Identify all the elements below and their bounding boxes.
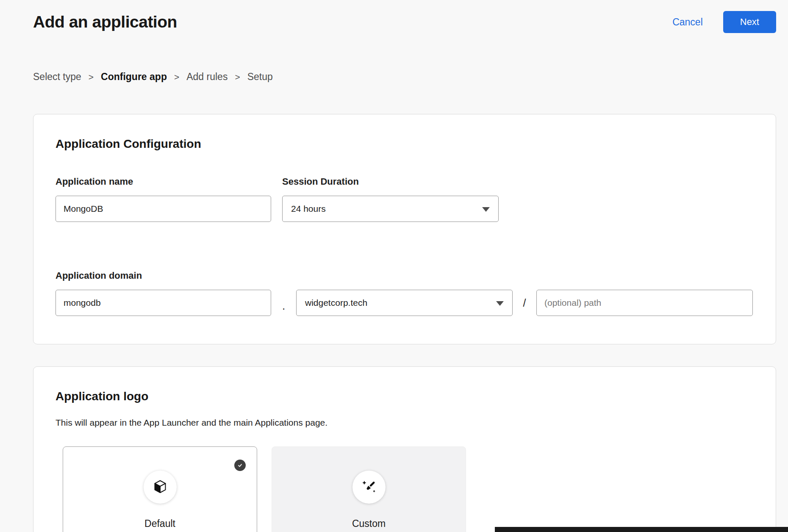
subdomain-input[interactable]	[55, 290, 271, 316]
paintbrush-icon	[352, 471, 386, 504]
session-duration-field: Session Duration 24 hours	[282, 176, 499, 222]
header-actions: Cancel Next	[672, 11, 776, 33]
next-button[interactable]: Next	[723, 11, 776, 33]
application-configuration-card: Application Configuration Application na…	[33, 114, 776, 344]
step-add-rules[interactable]: Add rules	[186, 71, 228, 83]
domain-select[interactable]: widgetcorp.tech	[296, 290, 513, 316]
step-configure-app[interactable]: Configure app	[101, 71, 167, 83]
step-separator: >	[174, 72, 179, 82]
session-duration-label: Session Duration	[282, 176, 499, 187]
session-duration-select[interactable]: 24 hours	[282, 196, 499, 222]
step-separator: >	[89, 72, 94, 82]
session-duration-value: 24 hours	[291, 204, 326, 214]
chevron-down-icon	[482, 204, 490, 214]
logo-option-custom[interactable]: Custom	[272, 446, 466, 532]
application-logo-title: Application logo	[55, 390, 754, 403]
bottom-edge-bar	[495, 527, 788, 532]
step-select-type[interactable]: Select type	[33, 71, 81, 83]
application-domain-field: Application domain . widgetcorp.tech /	[55, 270, 754, 316]
logo-option-default-label: Default	[63, 518, 257, 529]
application-name-label: Application name	[55, 176, 271, 187]
page-header: Add an application Cancel Next	[0, 0, 788, 33]
domain-dot-separator: .	[271, 290, 296, 316]
application-logo-card: Application logo This will appear in the…	[33, 366, 776, 532]
cube-icon	[144, 471, 177, 504]
application-name-field: Application name	[55, 176, 271, 222]
step-separator: >	[235, 72, 240, 82]
application-configuration-title: Application Configuration	[55, 137, 754, 151]
domain-select-value: widgetcorp.tech	[305, 298, 367, 308]
name-session-row: Application name Session Duration 24 hou…	[55, 176, 754, 222]
application-logo-description: This will appear in the App Launcher and…	[55, 418, 754, 428]
application-name-input[interactable]	[55, 196, 271, 222]
logo-option-default[interactable]: Default	[63, 446, 257, 532]
logo-option-custom-label: Custom	[272, 518, 466, 529]
wizard-steps: Select type > Configure app > Add rules …	[33, 71, 788, 83]
application-domain-row: . widgetcorp.tech /	[55, 290, 754, 316]
page: Add an application Cancel Next Select ty…	[0, 0, 788, 532]
logo-options: Default Custom	[63, 446, 754, 532]
application-domain-label: Application domain	[55, 270, 754, 281]
selected-check-icon	[234, 460, 246, 471]
domain-slash-separator: /	[513, 290, 536, 316]
page-title: Add an application	[33, 13, 177, 31]
path-input[interactable]	[536, 290, 753, 316]
step-setup[interactable]: Setup	[247, 71, 273, 83]
chevron-down-icon	[496, 298, 504, 308]
cancel-button[interactable]: Cancel	[672, 17, 703, 28]
